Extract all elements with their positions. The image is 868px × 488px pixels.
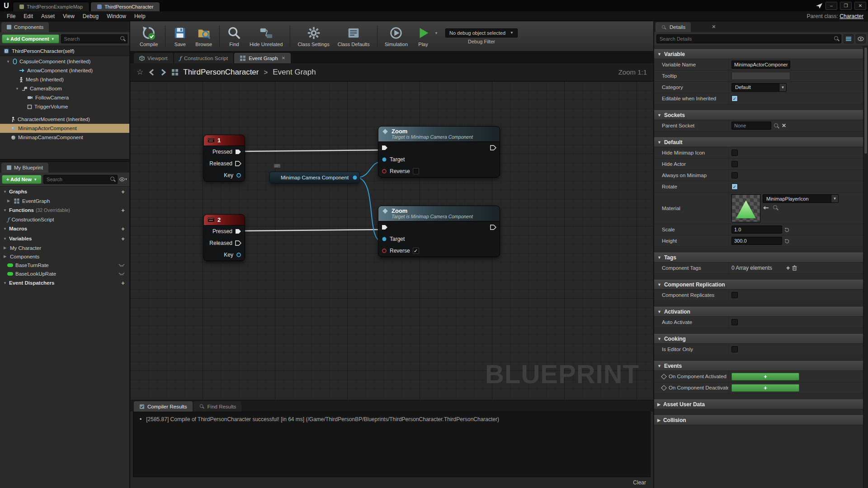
expander-icon[interactable]: ▶	[4, 254, 8, 258]
details-scrollbar[interactable]	[863, 46, 868, 488]
scale-input[interactable]	[731, 225, 782, 234]
use-selected-arrow-icon[interactable]	[763, 206, 769, 210]
rotate-checkbox[interactable]	[731, 183, 738, 190]
input-key-node-1[interactable]: 1 Pressed Released Key	[203, 135, 245, 182]
clear-tags-trash-icon[interactable]	[792, 265, 797, 271]
add-dispatcher-button[interactable]: +	[120, 280, 126, 286]
data-pin-target-connected[interactable]	[382, 157, 387, 162]
expander-icon[interactable]: ▼	[3, 190, 7, 194]
compile-button[interactable]: Compile	[136, 24, 162, 48]
is-editor-only-checkbox[interactable]	[731, 346, 738, 352]
parent-socket-input[interactable]	[731, 122, 771, 130]
debug-object-dropdown[interactable]: No debug object selected ▼	[445, 28, 518, 38]
play-options-chevron-icon[interactable]: ▼	[434, 31, 438, 35]
tree-item-followcamera[interactable]: FollowCamera	[0, 93, 129, 102]
exec-pin-connected[interactable]	[235, 149, 241, 155]
exec-pin-out[interactable]	[490, 225, 496, 230]
close-panel-icon[interactable]: ✕	[712, 24, 716, 30]
find-button[interactable]: Find	[223, 24, 245, 48]
section-cooking[interactable]: ▼ Cooking	[654, 334, 863, 344]
exec-pin-connected[interactable]	[235, 229, 241, 234]
exec-pin[interactable]	[235, 161, 241, 166]
graphs-header[interactable]: ▼ Graphs +	[0, 187, 129, 197]
section-asset-user-data[interactable]: ▶ Asset User Data	[654, 399, 863, 409]
menu-edit[interactable]: Edit	[19, 13, 37, 19]
tab-compiler-results[interactable]: Compiler Results	[134, 401, 193, 412]
tree-item-cameraboom[interactable]: ▼ CameraBoom	[0, 84, 129, 93]
height-input[interactable]	[731, 237, 782, 245]
add-graph-button[interactable]: +	[120, 188, 126, 195]
menu-asset[interactable]: Asset	[37, 13, 59, 19]
expander-icon[interactable]: ▼	[3, 227, 7, 231]
hide-unrelated-button[interactable]: Hide Unrelated	[245, 24, 287, 48]
tree-item-charactermovement[interactable]: CharacterMovement (Inherited)	[0, 115, 129, 124]
scrollbar-thumb[interactable]	[864, 47, 867, 154]
socket-clear-icon[interactable]: ✕	[782, 122, 786, 129]
browse-asset-icon[interactable]	[773, 205, 778, 211]
bool-pin-reverse[interactable]	[382, 248, 387, 253]
data-pin-key[interactable]	[236, 173, 241, 178]
components-panel-tab[interactable]: Components	[1, 22, 49, 32]
my-blueprint-search-input[interactable]	[43, 175, 118, 184]
data-pin-target-connected[interactable]	[382, 236, 387, 242]
section-sockets[interactable]: ▼ Sockets	[654, 110, 863, 120]
add-macro-button[interactable]: +	[120, 225, 126, 232]
class-settings-button[interactable]: Class Settings	[293, 24, 333, 48]
tab-find-results[interactable]: Find Results	[193, 401, 242, 412]
section-tags[interactable]: ▼ Tags	[654, 253, 863, 263]
category-my-character[interactable]: ▶ My Character	[0, 244, 129, 252]
favorite-star-icon[interactable]: ☆	[137, 67, 143, 77]
menu-debug[interactable]: Debug	[79, 13, 103, 19]
browse-button[interactable]: Browse	[191, 24, 216, 48]
feedback-icon[interactable]	[816, 3, 823, 9]
tooltip-input[interactable]	[731, 72, 790, 80]
tree-item-minimapcamera[interactable]: MinimapCameraComponent	[0, 133, 129, 142]
add-tag-icon[interactable]: +	[786, 264, 790, 272]
socket-search-icon[interactable]	[774, 123, 779, 129]
components-search-input[interactable]	[61, 34, 127, 43]
expander-icon[interactable]: ▼	[15, 87, 19, 91]
details-tab[interactable]: Details	[656, 22, 691, 32]
display-filter-button[interactable]	[844, 34, 854, 43]
minimize-button[interactable]: –	[826, 2, 837, 10]
menu-view[interactable]: View	[59, 13, 79, 19]
details-search-input[interactable]	[656, 34, 841, 43]
variable-baselookuprate[interactable]: BaseLookUpRate	[0, 269, 129, 278]
reset-to-default-icon[interactable]	[784, 227, 789, 232]
tree-item-minimapactor[interactable]: MinimapActorComponent	[0, 124, 129, 133]
section-collision[interactable]: ▶ Collision	[654, 415, 863, 425]
tree-item-mesh[interactable]: Mesh (Inherited)	[0, 75, 129, 84]
add-component-button[interactable]: + Add Component ▼	[2, 34, 59, 43]
view-options-eye-icon[interactable]	[119, 177, 127, 182]
section-events[interactable]: ▼ Events	[654, 361, 863, 371]
functions-header[interactable]: ▼ Functions (32 Overridable) +	[0, 205, 129, 215]
tree-item-capsule[interactable]: ▼ CapsuleComponent (Inherited)	[0, 57, 129, 66]
tree-item-arrow[interactable]: ArrowComponent (Inherited)	[0, 66, 129, 75]
menu-window[interactable]: Window	[103, 13, 130, 19]
add-variable-button[interactable]: +	[120, 235, 126, 242]
compiler-log[interactable]: • [2585.87] Compile of ThirdPersonCharac…	[133, 412, 651, 477]
close-button[interactable]: ✕	[854, 2, 866, 10]
component-replicates-checkbox[interactable]	[731, 292, 738, 298]
eventgraph-item[interactable]: ▶ EventGraph	[0, 197, 129, 205]
add-event-deactivated-button[interactable]: +	[731, 384, 799, 392]
section-activation[interactable]: ▼ Activation	[654, 307, 863, 317]
section-variable[interactable]: ▼ Variable	[654, 49, 863, 59]
forward-arrow-icon[interactable]	[160, 69, 167, 76]
tab-viewport[interactable]: Viewport	[134, 53, 173, 63]
reverse-checkbox[interactable]	[413, 248, 419, 254]
clear-button[interactable]: Clear	[633, 479, 646, 486]
class-defaults-button[interactable]: Class Defaults	[334, 24, 374, 48]
variable-name-input[interactable]	[731, 61, 790, 69]
section-default[interactable]: ▼ Default	[654, 137, 863, 147]
comment-bubble-icon[interactable]	[274, 164, 281, 169]
simulation-button[interactable]: Simulation	[381, 24, 412, 48]
constructionscript-item[interactable]: ƒ ConstructionScript	[0, 215, 129, 224]
add-new-button[interactable]: + Add New ▼	[2, 175, 42, 184]
save-button[interactable]: Save	[169, 24, 191, 48]
minimap-camera-getter-node[interactable]: Minimap Camera Component	[269, 172, 360, 183]
parent-class-link[interactable]: Character	[840, 13, 863, 19]
tree-item-triggervolume[interactable]: TriggerVolume	[0, 102, 129, 111]
event-dispatchers-header[interactable]: ▼ Event Dispatchers +	[0, 278, 129, 288]
material-thumbnail[interactable]	[731, 194, 760, 222]
